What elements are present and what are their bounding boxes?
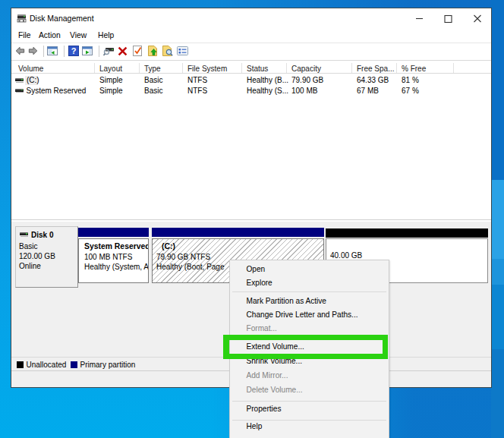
svg-text:?: ? <box>71 46 77 55</box>
